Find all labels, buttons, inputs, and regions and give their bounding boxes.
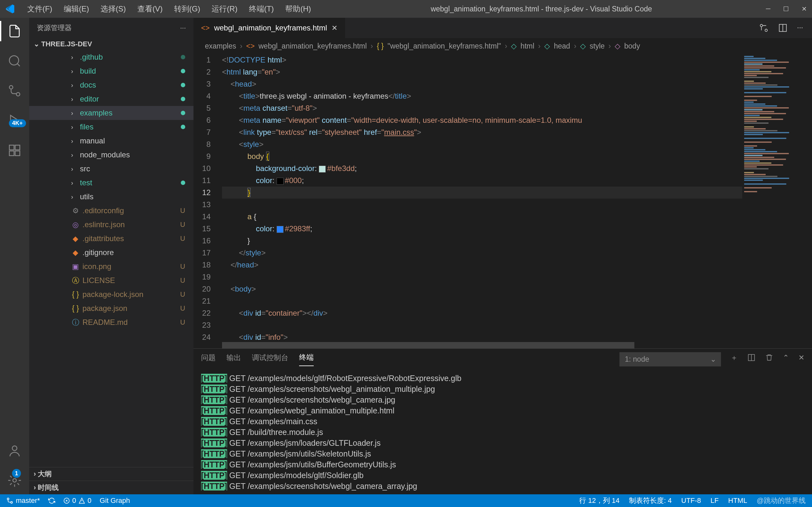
explorer-icon[interactable] (7, 23, 22, 39)
tree-item-LICENSE[interactable]: ⒶLICENSEU (29, 274, 193, 287)
breadcrumb-item[interactable]: body (624, 42, 640, 50)
code-content[interactable]: <!DOCTYPE html><html lang="en"> <head> <… (222, 54, 742, 348)
split-terminal-icon[interactable] (747, 353, 756, 365)
git-graph-button[interactable]: Git Graph (100, 497, 130, 505)
tab-size[interactable]: 制表符长度: 4 (629, 496, 672, 505)
chevron-right-icon: › (71, 179, 80, 186)
sidebar-title: 资源管理器 (37, 23, 72, 33)
breadcrumb-item[interactable]: examples (205, 42, 236, 50)
chevron-down-icon: ⌄ (710, 355, 716, 367)
encoding[interactable]: UTF-8 (681, 497, 701, 505)
menu-help[interactable]: 帮助(H) (279, 2, 317, 16)
tree-item-label: node_modules (80, 150, 130, 159)
untracked-mark: U (180, 304, 185, 313)
tree-item-package-json[interactable]: { }package.jsonU (29, 301, 193, 316)
breadcrumb-item[interactable]: "webgl_animation_keyframes.html" (388, 42, 501, 50)
menu-terminal[interactable]: 终端(T) (243, 2, 280, 16)
panel-tab-terminal[interactable]: 终端 (299, 352, 314, 366)
maximize-button[interactable]: ☐ (783, 5, 789, 13)
tree-item-build[interactable]: ›build (29, 64, 193, 78)
svg-point-8 (12, 446, 17, 451)
timeline-section[interactable]: › 时间线 (29, 481, 193, 494)
feedback-icon[interactable]: @跳动的世界线 (757, 496, 806, 505)
terminal-select[interactable]: 1: node ⌄ (619, 352, 721, 367)
terminal-output[interactable]: [HTTP] GET /examples/models/gltf/RobotEx… (193, 370, 812, 494)
tab-active[interactable]: <> webgl_animation_keyframes.html ✕ (193, 18, 346, 38)
outline-label: 大纲 (38, 469, 52, 479)
search-icon[interactable] (7, 53, 22, 68)
panel-tab-output[interactable]: 输出 (227, 353, 241, 366)
tree-item--github[interactable]: ›.github (29, 50, 193, 64)
tag-icon: ◇ (580, 42, 586, 50)
tree-item--eslintrc-json[interactable]: ◎.eslintrc.jsonU (29, 218, 193, 232)
tree-item-manual[interactable]: ›manual (29, 134, 193, 148)
more-actions-icon[interactable]: ··· (797, 23, 803, 33)
tree-item-editor[interactable]: ›editor (29, 92, 193, 106)
tree-item-files[interactable]: ›files (29, 120, 193, 134)
more-icon[interactable]: ··· (180, 24, 186, 32)
language-mode[interactable]: HTML (728, 497, 747, 505)
problems-status[interactable]: 0 0 (63, 497, 92, 505)
breadcrumb-item[interactable]: webgl_animation_keyframes.html (258, 42, 367, 50)
maximize-panel-icon[interactable]: ⌃ (783, 353, 789, 365)
breadcrumb-item[interactable]: head (554, 42, 570, 50)
tree-root[interactable]: ⌄ THREE.JS-DEV (29, 38, 193, 50)
branch-status[interactable]: master* (6, 497, 40, 505)
tree-item-node_modules[interactable]: ›node_modules (29, 148, 193, 162)
svg-point-0 (9, 56, 19, 65)
editor-body[interactable]: 123456789101112131415161718192021222324 … (193, 54, 812, 348)
menu-edit[interactable]: 编辑(E) (58, 2, 95, 16)
breadcrumb-item[interactable]: style (590, 42, 605, 50)
extensions-icon[interactable] (7, 143, 22, 158)
tree-item-label: package.json (82, 304, 127, 313)
modified-dot (181, 55, 185, 59)
tree-item-utils[interactable]: ›utils (29, 190, 193, 204)
tag-icon: ◇ (544, 42, 550, 50)
kill-terminal-icon[interactable] (765, 353, 773, 365)
menu-run[interactable]: 运行(R) (206, 2, 243, 16)
tree-item-icon-png[interactable]: ▣icon.pngU (29, 260, 193, 274)
chevron-right-icon: › (71, 193, 80, 201)
timeline-label: 时间线 (38, 483, 59, 492)
panel-tab-problems[interactable]: 问题 (201, 353, 216, 366)
new-terminal-icon[interactable]: ＋ (731, 353, 738, 366)
tree-item-src[interactable]: ›src (29, 162, 193, 176)
tree-item-README-md[interactable]: ⓘREADME.mdU (29, 316, 193, 329)
menu-file[interactable]: 文件(F) (21, 2, 58, 16)
tree-item--gitignore[interactable]: ◆.gitignore (29, 245, 193, 260)
tree-item-examples[interactable]: ›examples (29, 106, 193, 120)
modified-dot (181, 111, 185, 115)
outline-section[interactable]: › 大纲 (29, 467, 193, 481)
untracked-mark: U (180, 234, 185, 243)
horizontal-scrollbar[interactable] (222, 342, 634, 348)
panel-tab-debug[interactable]: 调试控制台 (252, 353, 288, 366)
close-tab-icon[interactable]: ✕ (331, 24, 337, 33)
modified-dot (181, 180, 185, 185)
tree-item-label: .gitattributes (82, 234, 124, 243)
tree-item-label: .eslintrc.json (82, 220, 125, 229)
breadcrumb-item[interactable]: html (520, 42, 534, 50)
source-control-icon[interactable] (7, 83, 22, 98)
chevron-right-icon: › (71, 54, 80, 61)
close-button[interactable]: ✕ (802, 5, 807, 13)
tree-item--editorconfig[interactable]: ⚙.editorconfigU (29, 204, 193, 218)
tree-item-test[interactable]: ›test (29, 176, 193, 190)
menu-view[interactable]: 查看(V) (132, 2, 169, 16)
accounts-icon[interactable] (7, 443, 22, 458)
menu-go[interactable]: 转到(G) (169, 2, 206, 16)
tree-item-docs[interactable]: ›docs (29, 78, 193, 92)
tree-item-package-lock-json[interactable]: { }package-lock.jsonU (29, 287, 193, 301)
svg-rect-5 (15, 145, 20, 150)
minimize-button[interactable]: ─ (766, 5, 770, 13)
eol[interactable]: LF (710, 497, 719, 505)
cursor-position[interactable]: 行 12，列 14 (579, 496, 619, 505)
minimap[interactable] (742, 54, 812, 348)
compare-icon[interactable] (759, 23, 768, 33)
settings-badge: 1 (12, 469, 21, 478)
sync-status[interactable] (48, 497, 55, 504)
split-editor-icon[interactable] (778, 23, 788, 33)
tree-item--gitattributes[interactable]: ◆.gitattributesU (29, 232, 193, 245)
menu-selection[interactable]: 选择(S) (95, 2, 132, 16)
breadcrumbs[interactable]: examples› <> webgl_animation_keyframes.h… (193, 38, 812, 54)
close-panel-icon[interactable]: ✕ (798, 353, 804, 365)
